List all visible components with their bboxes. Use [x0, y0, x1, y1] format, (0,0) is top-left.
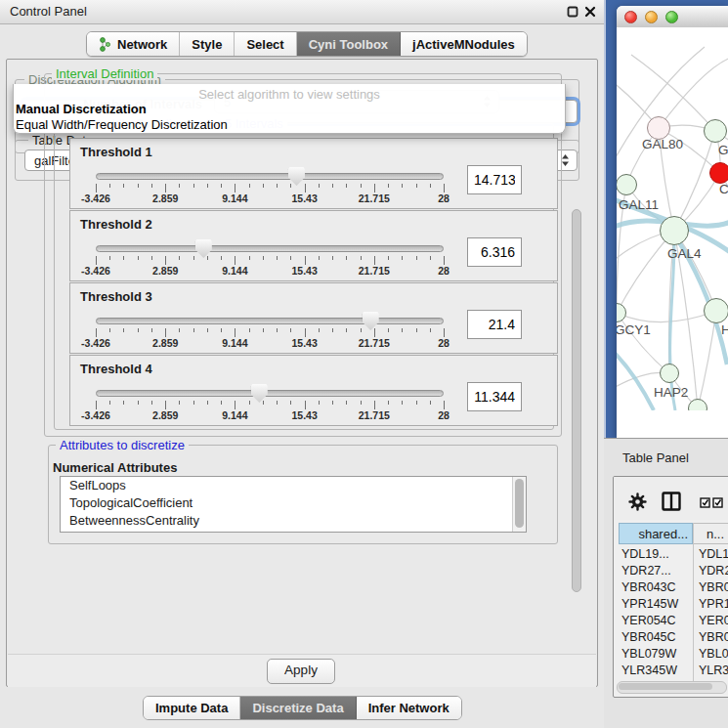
slider-ticks: [96, 328, 444, 337]
tab-select[interactable]: Select: [235, 32, 296, 56]
tab-infer-network[interactable]: Infer Network: [357, 697, 461, 719]
slider-track[interactable]: [96, 173, 444, 180]
panel-title: Control Panel: [10, 4, 87, 19]
slider-ticks: [96, 401, 444, 409]
network-node[interactable]: [660, 216, 689, 245]
table-row[interactable]: YER054CYER0: [614, 613, 728, 629]
float-window-icon[interactable]: [567, 6, 578, 18]
cell-name: YLR3: [699, 663, 728, 679]
attribute-list-item[interactable]: SelfLoops: [61, 477, 526, 494]
slider-track[interactable]: [96, 390, 444, 397]
popup-hint: Select algorithm to view settings: [14, 84, 565, 102]
threshold-label: Threshold 4: [80, 362, 152, 376]
table-row[interactable]: YBL079WYBL0: [614, 646, 728, 663]
control-panel-tabs: Network Style Select Cyni Toolbox jActiv…: [86, 31, 528, 57]
attribute-list-item[interactable]: TopologicalCoefficient: [61, 494, 526, 512]
threshold-label: Threshold 2: [80, 217, 152, 232]
table-row[interactable]: YPR145WYPR1: [614, 596, 728, 613]
table-toolbar: [614, 477, 728, 520]
network-icon: [99, 37, 111, 52]
table-row[interactable]: YBR043CYBR0: [614, 579, 728, 596]
zoom-button[interactable]: [665, 11, 678, 23]
table-panel-title: Table Panel: [622, 450, 689, 465]
split-columns-icon[interactable]: [662, 492, 681, 511]
network-node[interactable]: [709, 162, 728, 184]
network-node[interactable]: [660, 364, 679, 383]
attribute-list-item[interactable]: BetweennessCentrality: [61, 512, 526, 530]
table-row[interactable]: YDR27...YDR2: [614, 563, 728, 579]
tab-network[interactable]: Network: [87, 32, 180, 56]
network-node-label: GAL80: [642, 137, 683, 151]
threshold-value-field[interactable]: [467, 165, 522, 194]
cell-shared-name: YBR043C: [621, 579, 676, 596]
network-view-window: GAL80GACGAL11GAL4GCY1HHAP2: [617, 6, 728, 438]
network-node-label: GAL11: [619, 197, 659, 212]
slider-scale-labels: -3.4262.8599.14415.4321.71528: [96, 337, 444, 349]
threshold-value-field[interactable]: [467, 382, 522, 411]
table-row[interactable]: YDL19...YDL1: [614, 546, 728, 563]
network-node[interactable]: [704, 119, 727, 143]
threshold-panel: Threshold 2-3.4262.8599.14415.4321.71528: [69, 210, 558, 281]
tab-label: Network: [117, 37, 167, 52]
cell-name: YBR0: [699, 629, 728, 646]
network-node[interactable]: [617, 174, 637, 195]
tab-impute-data[interactable]: Impute Data: [144, 697, 240, 719]
tab-cyni-toolbox[interactable]: Cyni Toolbox: [297, 32, 401, 56]
cell-name: YBL0: [699, 646, 728, 663]
minimize-button[interactable]: [645, 11, 658, 23]
apply-button[interactable]: Apply: [267, 659, 335, 684]
attributes-group-title: Attributes to discretize: [56, 439, 189, 451]
stepper-arrows-icon: [561, 154, 570, 166]
slider-scale-labels: -3.4262.8599.14415.4321.71528: [96, 193, 444, 204]
table-panel-window: shared... n... YDL19...YDL1YDR27...YDR2Y…: [613, 476, 728, 698]
numerical-attributes-label: Numerical Attributes: [53, 460, 177, 475]
cyni-toolbox-panel: Discretization Algorithm Table Data galF…: [6, 59, 598, 687]
table-row[interactable]: YBR045CYBR0: [614, 629, 728, 646]
tab-style[interactable]: Style: [180, 32, 235, 56]
tab-discretize-data[interactable]: Discretize Data: [240, 697, 356, 719]
threshold-value-field[interactable]: [467, 310, 522, 339]
table-horizontal-scrollbar[interactable]: [617, 681, 727, 694]
numerical-attributes-list[interactable]: SelfLoopsTopologicalCoefficientBetweenne…: [60, 476, 527, 531]
slider-scale-labels: -3.4262.8599.14415.4321.71528: [96, 265, 444, 277]
network-node-label: GA: [718, 143, 728, 157]
threshold-value-field[interactable]: [467, 237, 522, 267]
network-node-label: C: [719, 182, 728, 196]
popup-option-equal-width[interactable]: Equal Width/Frequency Discretization: [14, 117, 565, 133]
column-header-shared-name[interactable]: shared...: [619, 523, 693, 544]
network-window-titlebar[interactable]: [617, 6, 728, 28]
network-node[interactable]: [704, 298, 728, 323]
cell-name: YPR1: [699, 596, 728, 613]
slider-ticks: [96, 184, 444, 193]
cell-name: YBR0: [699, 579, 728, 596]
tab-jactivemnodules[interactable]: jActiveMNodules: [401, 32, 527, 56]
network-node-label: HAP2: [654, 385, 688, 400]
gear-icon[interactable]: [628, 492, 647, 511]
popup-option-manual[interactable]: Manual Discretization: [14, 102, 565, 117]
main-scrollbar-thumb[interactable]: [572, 209, 581, 592]
interval-definition-title: Interval Definition: [52, 67, 157, 80]
slider-ticks: [96, 256, 444, 265]
slider-track[interactable]: [96, 318, 444, 324]
select-columns-icon[interactable]: [700, 497, 725, 508]
cell-name: YDL1: [699, 546, 728, 563]
close-button[interactable]: [624, 11, 637, 23]
network-canvas[interactable]: GAL80GACGAL11GAL4GCY1HHAP2: [617, 27, 728, 410]
slider-scale-labels: -3.4262.8599.14415.4321.71528: [96, 409, 444, 421]
network-node-label: H: [721, 322, 728, 337]
bottom-tabs: Impute Data Discretize Data Infer Networ…: [143, 696, 462, 720]
column-header-name[interactable]: n...: [693, 523, 728, 544]
attributes-scrollbar[interactable]: [512, 477, 526, 531]
slider-track[interactable]: [96, 245, 444, 252]
cell-name: YER0: [699, 613, 728, 629]
threshold-label: Threshold 1: [80, 145, 152, 159]
threshold-panel: Threshold 3-3.4262.8599.14415.4321.71528: [69, 282, 558, 354]
algorithm-dropdown-popup: Select algorithm to view settings Manual…: [13, 84, 566, 134]
close-icon[interactable]: [584, 6, 596, 18]
table-row[interactable]: YLR345WYLR3: [614, 663, 728, 679]
cell-shared-name: YPR145W: [621, 596, 678, 613]
cell-name: YDR2: [699, 563, 728, 579]
cell-shared-name: YBR045C: [621, 629, 676, 646]
cell-shared-name: YDR27...: [621, 563, 671, 579]
threshold-panel: Threshold 1-3.4262.8599.14415.4321.71528: [69, 138, 558, 209]
